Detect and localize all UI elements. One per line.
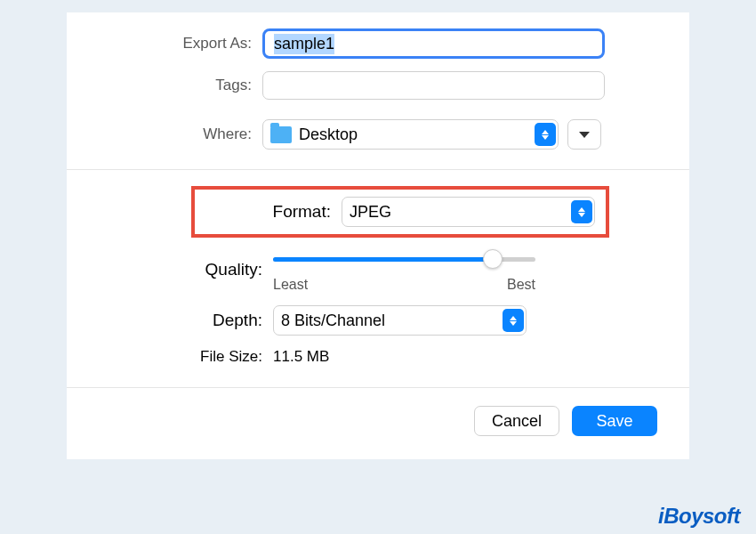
tags-input[interactable] (262, 71, 605, 100)
tags-label: Tags: (102, 77, 262, 94)
quality-min-label: Least (273, 277, 308, 293)
where-row: Where: Desktop (102, 119, 654, 150)
depth-select[interactable]: 8 Bits/Channel (273, 305, 527, 336)
folder-icon (270, 126, 292, 143)
chevron-down-icon (579, 132, 590, 138)
quality-label: Quality: (102, 260, 273, 279)
export-dialog: Export As: sample1 Tags: Where: Desktop (67, 12, 689, 459)
watermark: iBoysoft (658, 504, 740, 529)
export-as-label: Export As: (102, 35, 262, 53)
updown-icon (535, 123, 556, 146)
quality-max-label: Best (507, 277, 535, 293)
slider-thumb[interactable] (483, 249, 503, 269)
quality-row: Quality: Least Best (102, 247, 654, 293)
filesize-row: File Size: 11.5 MB (102, 348, 654, 366)
format-section: Format: JPEG Quality: (67, 170, 689, 387)
depth-value: 8 Bits/Channel (281, 312, 385, 330)
depth-label: Depth: (102, 311, 273, 330)
depth-row: Depth: 8 Bits/Channel (102, 305, 654, 336)
updown-icon (571, 200, 592, 223)
export-as-row: Export As: sample1 (102, 28, 654, 59)
updown-icon (503, 309, 524, 332)
format-highlight: Format: JPEG (191, 186, 609, 238)
format-select[interactable]: JPEG (342, 197, 595, 227)
filesize-label: File Size: (102, 348, 273, 366)
save-button[interactable]: Save (572, 406, 657, 436)
where-value: Desktop (299, 125, 358, 144)
where-select[interactable]: Desktop (262, 119, 559, 150)
file-section: Export As: sample1 Tags: Where: Desktop (67, 12, 689, 169)
filename-value: sample1 (274, 34, 334, 54)
where-label: Where: (102, 125, 262, 143)
filesize-value: 11.5 MB (273, 348, 329, 366)
expand-button[interactable] (567, 119, 601, 150)
format-value: JPEG (350, 203, 391, 222)
format-label: Format: (205, 202, 342, 222)
tags-row: Tags: (102, 71, 654, 100)
quality-slider[interactable] (273, 247, 535, 271)
cancel-button[interactable]: Cancel (474, 406, 559, 436)
quality-range-labels: Least Best (273, 277, 535, 293)
filename-input[interactable]: sample1 (262, 28, 605, 59)
button-row: Cancel Save (67, 388, 689, 459)
